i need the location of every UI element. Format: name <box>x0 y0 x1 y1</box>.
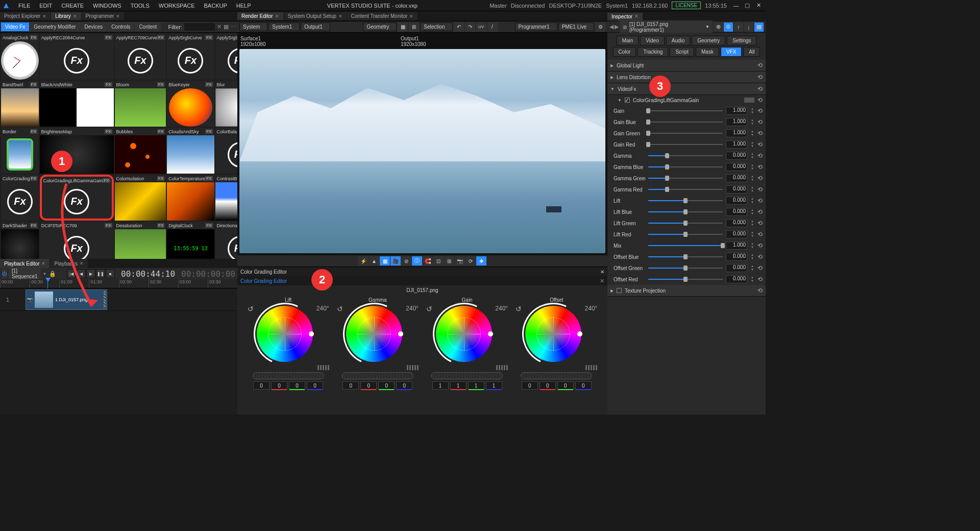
wheel-val-b[interactable]: 0 <box>396 381 412 390</box>
vp-move-icon[interactable]: ✥ <box>476 256 486 266</box>
prop-value-input[interactable]: 1.000 <box>726 118 747 126</box>
wheel-val-b[interactable]: 0 <box>575 381 592 390</box>
spinner-down-icon[interactable]: ▼ <box>750 201 754 204</box>
section-header[interactable]: ▶Global Light⟲ <box>607 60 766 71</box>
more-icon[interactable]: ⋯ <box>231 23 236 30</box>
reset-icon[interactable]: ⟲ <box>757 264 763 272</box>
prop-value-input[interactable]: 0.000 <box>726 152 747 160</box>
spinner-up-icon[interactable]: ▲ <box>750 264 754 268</box>
prop-slider[interactable] <box>648 245 723 246</box>
spinner-down-icon[interactable]: ▼ <box>750 167 754 171</box>
sub-tab[interactable]: Devices <box>81 22 107 31</box>
vp-camera-icon[interactable]: 🎥 <box>390 256 401 266</box>
spinner-up-icon[interactable]: ▲ <box>750 152 754 156</box>
menu-file[interactable]: FILE <box>14 2 34 10</box>
timeline-body[interactable]: 1 📷 1 DJI_0157.png <box>0 288 237 415</box>
reset-icon[interactable]: ⟲ <box>757 276 763 283</box>
inspector-mode-button[interactable]: Mask <box>696 47 719 57</box>
playback-power-icon[interactable]: ⏻ <box>2 269 7 278</box>
inspector-mode-button[interactable]: VFX <box>721 47 742 57</box>
inspector-tab[interactable]: Inspector✕ <box>607 13 643 20</box>
sub-tab[interactable]: Geometry Modifier <box>30 22 80 31</box>
prop-value-input[interactable]: 1.000 <box>726 140 747 149</box>
programmer-select[interactable]: Programmer1 <box>515 22 557 31</box>
spinner-up-icon[interactable]: ▲ <box>750 186 754 189</box>
spinner-up-icon[interactable]: ▲ <box>750 141 754 144</box>
cg-close-icon[interactable]: ✕ <box>600 269 604 275</box>
vp-magnet-icon[interactable]: 🧲 <box>423 256 433 266</box>
reset-icon[interactable]: ⟲ <box>757 208 763 215</box>
inspector-mode-button[interactable]: Settings <box>727 36 756 45</box>
panel-tab[interactable]: Library✕ <box>51 12 81 20</box>
insp-down-icon[interactable]: ↓ <box>744 22 753 32</box>
spinner-down-icon[interactable]: ▼ <box>750 111 754 114</box>
stop-icon[interactable]: ■ <box>106 269 115 278</box>
reset-icon[interactable]: ⟲ <box>757 186 763 193</box>
spinner-up-icon[interactable]: ▲ <box>750 231 754 234</box>
menu-create[interactable]: CREATE <box>57 2 88 10</box>
fx-item[interactable]: ContrastBrightnessFX <box>215 175 237 221</box>
fx-item[interactable]: CloudsAndSkyFX <box>167 128 214 174</box>
spinner-up-icon[interactable]: ▲ <box>750 163 754 167</box>
prop-slider[interactable] <box>648 178 723 179</box>
vp-tool1-icon[interactable]: ⚡ <box>358 256 369 266</box>
rt-undo-icon[interactable]: ↶ <box>454 22 464 32</box>
spinner-down-icon[interactable]: ▼ <box>750 122 754 126</box>
wheel-strip[interactable] <box>253 372 324 379</box>
minimize-icon[interactable]: — <box>731 2 741 10</box>
sub-tab[interactable]: Content <box>135 22 161 31</box>
fx-item[interactable]: BlackAndWhiteFX <box>40 81 114 127</box>
vp-tool2-icon[interactable]: ▲ <box>369 256 379 266</box>
reset-icon[interactable]: ⟲ <box>757 96 763 104</box>
fx-item[interactable]: ApplyREC2084CurveFXFx <box>40 34 114 80</box>
playback-tab[interactable]: Playbacks✕ <box>50 259 88 268</box>
spinner-up-icon[interactable]: ▲ <box>750 242 754 246</box>
cg-tab-close-icon[interactable]: ✕ <box>600 278 604 284</box>
cg-tab[interactable]: Color Grading Editor <box>240 278 287 284</box>
prop-value-input[interactable]: 1.000 <box>726 129 747 137</box>
spinner-up-icon[interactable]: ▲ <box>750 197 754 201</box>
wheel-strip[interactable] <box>521 372 592 379</box>
prop-slider[interactable] <box>648 166 723 167</box>
reset-icon[interactable]: ⟲ <box>757 152 763 159</box>
fx-item[interactable]: BlurFX <box>215 81 237 127</box>
prop-value-input[interactable]: 1.000 <box>726 242 747 250</box>
inspector-mode-button[interactable]: Video <box>640 36 664 45</box>
rt-settings-icon[interactable]: ⚙ <box>595 22 605 32</box>
prop-slider[interactable] <box>648 189 723 190</box>
fx-item[interactable]: DigitalClockFX13:55:59 13 <box>167 222 214 259</box>
prop-value-input[interactable]: 0.000 <box>726 174 747 182</box>
vp-refresh-icon[interactable]: ⟳ <box>465 256 476 266</box>
rt-slash-icon[interactable]: / <box>487 22 498 32</box>
vp-snapshot-icon[interactable]: 📷 <box>455 256 465 266</box>
close-icon[interactable]: ✕ <box>753 2 764 10</box>
output-select[interactable]: Output1 <box>301 22 330 31</box>
reset-icon[interactable]: ⟲ <box>757 74 763 81</box>
reset-icon[interactable]: ⟲ <box>757 242 763 249</box>
reset-icon[interactable]: ⟲ <box>757 220 763 227</box>
prop-slider[interactable] <box>648 234 723 235</box>
spinner-up-icon[interactable]: ▲ <box>750 253 754 257</box>
fx-item[interactable]: ColorGradingFXFx <box>1 175 39 221</box>
prop-value-input[interactable]: 0.000 <box>726 253 747 261</box>
spinner-down-icon[interactable]: ▼ <box>750 257 754 260</box>
vp-box2-icon[interactable]: ⊞ <box>444 256 454 266</box>
pme-select[interactable]: PME1 Live <box>558 22 594 31</box>
spinner-up-icon[interactable]: ▲ <box>750 208 754 212</box>
maximize-icon[interactable]: ▢ <box>742 2 752 10</box>
system-select[interactable]: System <box>239 22 267 31</box>
sequence-dropdown-icon[interactable]: ▼ <box>43 272 47 276</box>
close-icon[interactable]: ✕ <box>42 14 46 19</box>
wheel-val-b[interactable]: 0 <box>307 381 323 390</box>
insp-back-icon[interactable]: ◀ <box>609 23 614 30</box>
spinner-down-icon[interactable]: ▼ <box>750 223 754 227</box>
reset-icon[interactable]: ⟲ <box>757 197 763 204</box>
timeline-clip[interactable]: 📷 1 DJI_0157.png <box>26 289 107 310</box>
reset-icon[interactable]: ⟲ <box>757 85 763 92</box>
vp-box1-icon[interactable]: ⊡ <box>433 256 444 266</box>
prop-slider[interactable] <box>648 133 723 134</box>
system1-select[interactable]: System1 <box>268 22 300 31</box>
vp-info-icon[interactable]: ⓘ <box>412 256 422 266</box>
section-header[interactable]: ▶Lens Distortion⟲ <box>607 71 766 83</box>
spinner-down-icon[interactable]: ▼ <box>750 144 754 148</box>
